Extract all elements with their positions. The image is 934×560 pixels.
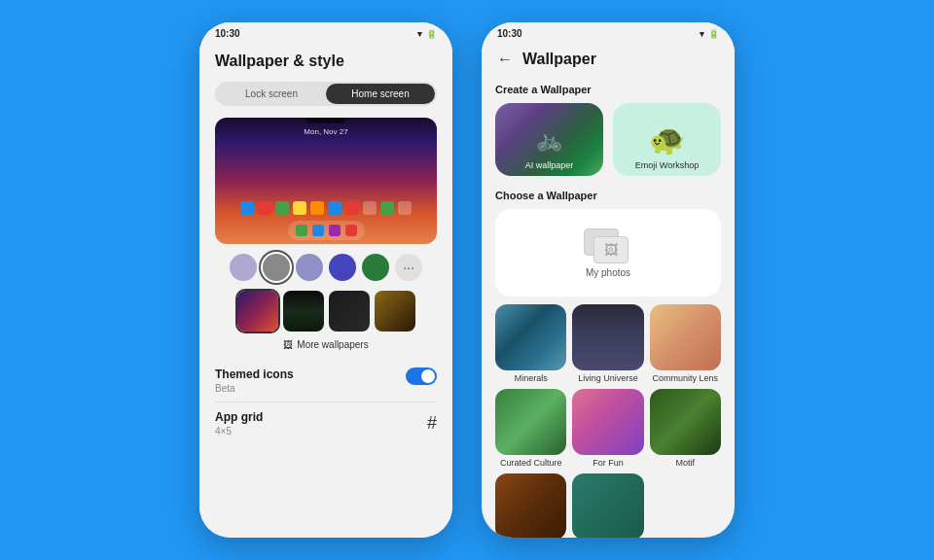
photos-placeholder: 🖼 xyxy=(584,228,632,267)
emoji-workshop-card[interactable]: 🐢 Emoji Workshop xyxy=(613,103,721,176)
photo-rect-front: 🖼 xyxy=(593,236,629,263)
wallpaper-thumb-2-inner xyxy=(283,291,324,332)
wallpaper-thumb-1-inner xyxy=(237,291,278,332)
preview-time: Mon, Nov 27 xyxy=(304,127,347,136)
my-photos-card[interactable]: 🖼 My photos xyxy=(495,209,721,297)
minerals-wrapper: Minerals xyxy=(495,304,566,383)
battery-icon: 🔋 xyxy=(426,29,437,39)
app-icon-1 xyxy=(240,201,254,215)
app-icon-10 xyxy=(398,201,412,215)
living-universe-label: Living Universe xyxy=(572,373,643,383)
app-grid-value: 4×5 xyxy=(215,426,263,437)
wallpaper-thumb-1[interactable] xyxy=(237,291,278,332)
tab-home-screen[interactable]: Home screen xyxy=(326,84,435,104)
app-icon-3 xyxy=(275,201,289,215)
category-grid-2: Curated Culture For Fun Motif xyxy=(495,389,721,468)
photo-icon: 🖼 xyxy=(604,242,618,258)
preview-notch xyxy=(306,118,345,123)
more-swatches-button[interactable]: ··· xyxy=(395,254,422,281)
emoji-workshop-label: Emoji Workshop xyxy=(635,160,699,170)
back-button[interactable]: ← xyxy=(497,51,513,68)
motif-card[interactable] xyxy=(650,389,721,455)
preview-app-icons xyxy=(234,201,417,215)
for-fun-wrapper: For Fun xyxy=(572,389,643,468)
right-time: 10:30 xyxy=(497,28,522,39)
preview-dock xyxy=(288,221,365,240)
wallpaper-row xyxy=(215,291,437,332)
left-time: 10:30 xyxy=(215,28,240,39)
bike-icon: 🚲 xyxy=(536,127,562,153)
right-status-bar: 10:30 ▾ 🔋 xyxy=(482,22,735,41)
category-grid: Minerals Living Universe Community Lens xyxy=(495,304,721,383)
right-phone-frame: 10:30 ▾ 🔋 ← Wallpaper Create a Wallpaper… xyxy=(482,22,735,538)
app-icon-4 xyxy=(293,201,306,215)
wallpaper-thumb-3[interactable] xyxy=(329,291,370,332)
more-wallpapers-button[interactable]: 🖼 More wallpapers xyxy=(215,339,437,350)
for-fun-card[interactable] xyxy=(572,389,643,455)
phone-preview: Mon, Nov 27 xyxy=(215,118,437,244)
turtle-icon: 🐢 xyxy=(649,122,685,157)
swatch-3[interactable] xyxy=(296,254,323,281)
swatch-5[interactable] xyxy=(362,254,389,281)
dock-msg xyxy=(312,225,324,236)
right-status-icons: ▾ 🔋 xyxy=(700,29,719,39)
brown-wrapper xyxy=(495,473,566,538)
themed-icons-sublabel: Beta xyxy=(215,383,294,394)
app-icon-8 xyxy=(363,201,377,215)
community-lens-label: Community Lens xyxy=(650,373,721,383)
right-wifi-icon: ▾ xyxy=(700,29,704,39)
themed-icons-info: Themed icons Beta xyxy=(215,368,294,394)
more-wallpapers-icon: 🖼 xyxy=(283,339,293,350)
right-title: Wallpaper xyxy=(522,51,596,68)
more-wallpapers-label: More wallpapers xyxy=(297,339,368,350)
swatch-4[interactable] xyxy=(329,254,356,281)
left-status-bar: 10:30 ▾ 🔋 xyxy=(199,22,452,41)
right-header: ← Wallpaper xyxy=(482,41,735,76)
right-battery-icon: 🔋 xyxy=(708,29,719,39)
app-icon-7 xyxy=(345,201,359,215)
themed-icons-toggle[interactable] xyxy=(406,368,437,385)
tab-row: Lock screen Home screen xyxy=(215,82,437,106)
themed-icons-label: Themed icons xyxy=(215,368,294,381)
minerals-card[interactable] xyxy=(495,304,566,370)
brown-card[interactable] xyxy=(495,473,566,538)
teal-card[interactable] xyxy=(572,473,643,538)
app-grid-info: App grid 4×5 xyxy=(215,410,263,437)
app-grid-icon[interactable]: # xyxy=(427,413,437,434)
swatch-2[interactable] xyxy=(263,254,290,281)
wallpaper-thumb-4-inner xyxy=(375,291,415,332)
my-photos-label: My photos xyxy=(586,267,630,278)
swatch-1[interactable] xyxy=(230,254,257,281)
left-content: Wallpaper & style Lock screen Home scree… xyxy=(199,41,452,538)
themed-icons-row: Themed icons Beta xyxy=(215,360,437,402)
living-universe-card[interactable] xyxy=(572,304,643,370)
app-grid-label: App grid xyxy=(215,410,263,424)
wallpaper-thumb-4[interactable] xyxy=(375,291,415,332)
community-lens-card[interactable] xyxy=(650,304,721,370)
dock-cam xyxy=(329,225,341,236)
create-section-title: Create a Wallpaper xyxy=(495,84,721,95)
ai-wallpaper-card[interactable]: 🚲 AI wallpaper xyxy=(495,103,603,176)
wallpaper-thumb-2[interactable] xyxy=(283,291,324,332)
tab-lock-screen[interactable]: Lock screen xyxy=(217,84,326,104)
app-icon-6 xyxy=(328,201,341,215)
app-icon-9 xyxy=(380,201,394,215)
living-universe-wrapper: Living Universe xyxy=(572,304,643,383)
dock-phone xyxy=(296,225,307,236)
wallpaper-thumb-3-inner xyxy=(329,291,370,332)
curated-culture-card[interactable] xyxy=(495,389,566,455)
curated-culture-wrapper: Curated Culture xyxy=(495,389,566,468)
app-icon-5 xyxy=(310,201,324,215)
create-row: 🚲 AI wallpaper 🐢 Emoji Workshop xyxy=(495,103,721,176)
app-grid-row: App grid 4×5 # xyxy=(215,402,437,444)
motif-wrapper: Motif xyxy=(650,389,721,468)
page-title: Wallpaper & style xyxy=(215,52,437,70)
right-content: Create a Wallpaper 🚲 AI wallpaper 🐢 Emoj… xyxy=(482,76,735,538)
left-phone-frame: 10:30 ▾ 🔋 Wallpaper & style Lock screen … xyxy=(199,22,452,538)
wifi-icon: ▾ xyxy=(417,29,422,39)
ai-wallpaper-label: AI wallpaper xyxy=(525,160,574,170)
left-status-icons: ▾ 🔋 xyxy=(417,29,437,39)
teal-wrapper xyxy=(572,473,643,538)
motif-label: Motif xyxy=(650,458,721,468)
choose-section-title: Choose a Wallpaper xyxy=(495,190,721,201)
